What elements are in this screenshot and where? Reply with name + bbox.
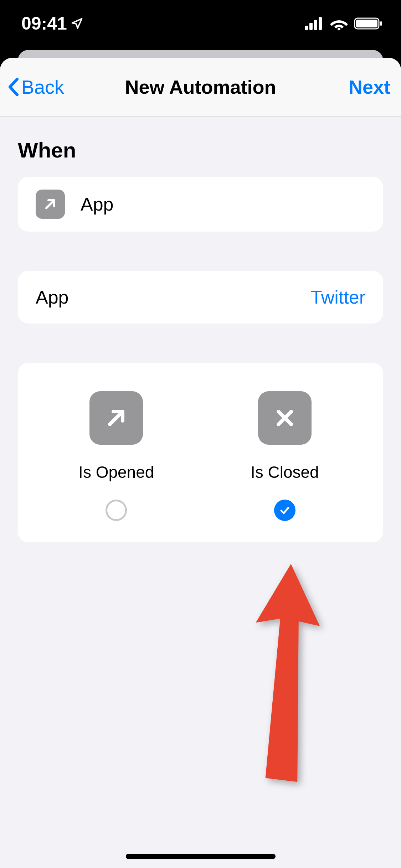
modal-sheet: Back New Automation Next When App <box>0 58 401 868</box>
page-title: New Automation <box>125 76 276 98</box>
svg-rect-1 <box>309 23 313 30</box>
trigger-card: App <box>18 177 383 232</box>
svg-marker-8 <box>250 564 321 782</box>
svg-rect-6 <box>356 20 377 27</box>
back-label: Back <box>21 76 64 98</box>
when-heading: When <box>18 138 383 162</box>
trigger-row[interactable]: App <box>18 177 383 232</box>
status-bar: 09:41 <box>0 0 401 47</box>
is-opened-option[interactable]: Is Opened <box>32 391 201 521</box>
cellular-icon <box>305 17 324 30</box>
location-icon <box>71 17 83 30</box>
svg-rect-3 <box>319 17 322 30</box>
app-open-icon <box>36 190 65 219</box>
app-selector-row[interactable]: App Twitter <box>18 271 383 324</box>
time-text: 09:41 <box>21 13 67 34</box>
navigation-bar: Back New Automation Next <box>0 58 401 117</box>
is-closed-label: Is Closed <box>251 463 319 482</box>
is-opened-label: Is Opened <box>78 463 154 482</box>
status-right-icons <box>305 17 383 30</box>
app-selector-value: Twitter <box>311 286 365 308</box>
app-selector-card: App Twitter <box>18 271 383 324</box>
battery-icon <box>354 17 383 30</box>
device-frame: 09:41 <box>0 0 401 868</box>
svg-point-4 <box>338 28 340 30</box>
is-closed-option[interactable]: Is Closed <box>201 391 369 521</box>
close-icon <box>258 391 312 445</box>
trigger-label: App <box>81 193 114 215</box>
svg-rect-0 <box>305 26 308 30</box>
is-opened-radio[interactable] <box>106 500 127 521</box>
svg-rect-7 <box>380 21 382 26</box>
is-closed-radio[interactable] <box>274 500 295 521</box>
status-time: 09:41 <box>21 13 83 34</box>
svg-rect-2 <box>314 20 317 30</box>
home-indicator[interactable] <box>126 854 276 859</box>
wifi-icon <box>330 17 348 30</box>
open-close-options: Is Opened Is Closed <box>18 363 383 542</box>
annotation-arrow <box>250 564 321 785</box>
chevron-left-icon <box>7 77 20 97</box>
back-button[interactable]: Back <box>7 76 64 98</box>
content-area: When App App Twitter <box>0 138 401 542</box>
next-button[interactable]: Next <box>349 76 390 98</box>
arrow-out-icon <box>89 391 143 445</box>
app-selector-label: App <box>36 286 69 308</box>
